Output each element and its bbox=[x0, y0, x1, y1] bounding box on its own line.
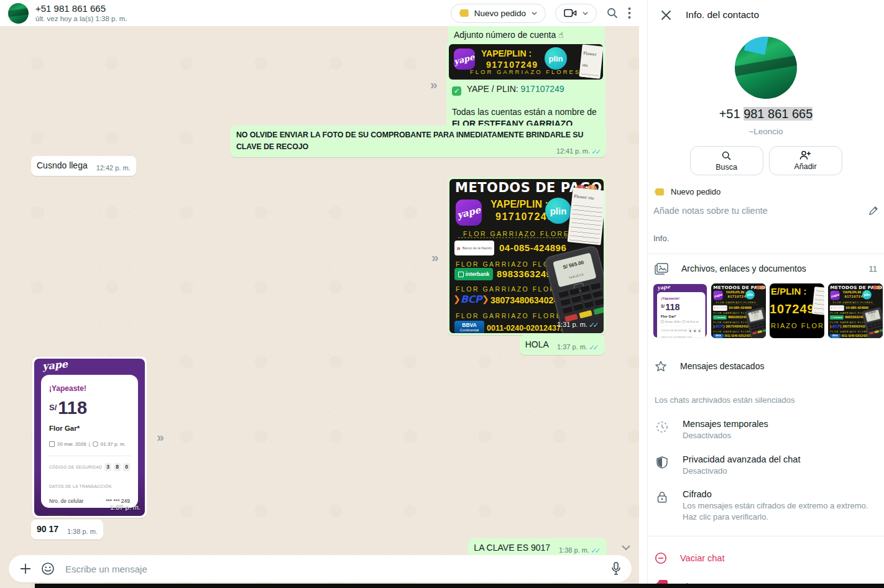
contact-avatar[interactable] bbox=[8, 3, 29, 24]
selected-phone-text: 981 861 665 bbox=[744, 107, 813, 121]
contact-action-buttons: Busca Añadir bbox=[648, 146, 884, 175]
scroll-to-bottom-button[interactable] bbox=[622, 545, 630, 551]
chat-label-chip[interactable]: Nuevo pedido bbox=[648, 187, 884, 196]
bcp-logo: ❯BCP❯ bbox=[453, 293, 489, 305]
read-receipt-icon: ✓✓ bbox=[591, 547, 601, 554]
disappearing-messages-row[interactable]: Mensajes temporales Desactivados bbox=[648, 419, 884, 441]
payment-methods-image[interactable]: METODOS DE PAGO yape YAPE/PLIN : 9171072… bbox=[449, 179, 604, 333]
read-receipt-icon: ✓✓ bbox=[589, 344, 599, 351]
clear-chat-label: Vaciar chat bbox=[680, 553, 724, 563]
chat-label-text: Nuevo pedido bbox=[671, 187, 721, 196]
contact-name[interactable]: +51 981 861 665 bbox=[35, 3, 127, 14]
receipt-payee: Flor Gar* bbox=[49, 423, 130, 434]
media-thumbnail-metodos[interactable]: METODOS DE PAGO yape YAPE/PLIN : 9171072… bbox=[828, 283, 883, 338]
panel-title: Info. del contacto bbox=[686, 9, 759, 21]
message-text: Adjunto número de cuenta ☝ bbox=[454, 30, 564, 40]
info-section-heading: Info. bbox=[648, 234, 884, 243]
video-camera-icon bbox=[564, 8, 577, 18]
starred-messages-row[interactable]: Mensajes destacados bbox=[648, 352, 884, 380]
media-thumbnail-receipt[interactable]: yape ¡Yapeaste! S/118 Flor Gar* 20 mar. … bbox=[653, 283, 707, 338]
artwork-label: YAPE/PLIN : bbox=[490, 198, 548, 210]
add-contact-button[interactable]: Añadir bbox=[769, 146, 842, 175]
advanced-privacy-row[interactable]: Privacidad avanzada del chat Desactivado bbox=[648, 454, 884, 477]
chat-header: +51 981 861 665 últ. vez hoy a la(s) 1:3… bbox=[0, 0, 639, 26]
media-thumbnail-metodos[interactable]: METODOS DE PAGO yape YAPE/PLIN : 9171072… bbox=[711, 283, 766, 338]
starred-label: Mensajes destacados bbox=[680, 361, 764, 371]
account-number: 04-085-424896 bbox=[499, 242, 566, 254]
contact-phone[interactable]: +51 981 861 665 bbox=[648, 107, 884, 121]
close-icon[interactable] bbox=[661, 10, 671, 21]
new-order-label: Nuevo pedido bbox=[474, 9, 526, 18]
banner-holder: FLOR GARRIAZO FLORES bbox=[470, 66, 581, 78]
attach-plus-icon[interactable] bbox=[19, 563, 32, 575]
search-in-chat-button[interactable] bbox=[606, 7, 619, 19]
search-button-label: Busca bbox=[716, 163, 737, 172]
divider bbox=[648, 536, 884, 536]
receipt-slip-graphic: Flower sto bbox=[579, 44, 603, 78]
emoji-icon[interactable] bbox=[41, 562, 55, 576]
chevron-down-icon bbox=[532, 11, 537, 16]
message-time: 1:38 p. m. bbox=[67, 526, 98, 538]
setting-title: Mensajes temporales bbox=[683, 419, 768, 429]
encryption-row[interactable]: Cifrado Los mensajes están cifrados de e… bbox=[648, 489, 884, 522]
setting-title: Cifrado bbox=[683, 489, 877, 499]
yape-receipt-image[interactable]: yape ¡Yapeaste! S/ 118 Flor Gar* 20 mar.… bbox=[34, 359, 145, 516]
yape-logo: yape bbox=[42, 359, 68, 372]
info-panel-header: Info. del contacto bbox=[648, 0, 884, 30]
read-receipt-icon: ✓✓ bbox=[591, 148, 602, 155]
search-icon bbox=[606, 7, 619, 19]
crop-text: RIAZO FLOR bbox=[771, 322, 824, 329]
message-input[interactable] bbox=[64, 563, 602, 575]
clear-chat-button[interactable]: Vaciar chat bbox=[648, 544, 884, 572]
caption-line: Todas las cuentas están a nombre de bbox=[452, 106, 600, 118]
chat-menu-button[interactable] bbox=[628, 7, 631, 19]
forward-icon[interactable]: » bbox=[430, 78, 438, 91]
message-outgoing[interactable]: NO OLVIDE ENVIAR LA FOTO DE SU COMPROBAN… bbox=[231, 126, 606, 157]
media-icon bbox=[655, 263, 668, 275]
customer-notes-field[interactable]: Añade notas sobre tu cliente bbox=[648, 206, 884, 216]
new-order-button[interactable]: Nuevo pedido bbox=[451, 4, 546, 23]
media-thumbnail-banner-crop[interactable]: E/PLIN : 107249 RIAZO FLOR bbox=[770, 283, 824, 338]
contact-profile-photo[interactable] bbox=[735, 37, 797, 99]
contact-header-info[interactable]: +51 981 861 665 últ. vez hoy a la(s) 1:3… bbox=[35, 3, 127, 22]
divider bbox=[458, 237, 582, 238]
add-button-label: Añadir bbox=[794, 162, 816, 171]
caption-number-link[interactable]: 917107249 bbox=[521, 84, 564, 94]
transaction-label: DATOS DE LA TRANSACCIÓN bbox=[49, 480, 130, 492]
receipt-currency: S/ bbox=[49, 402, 57, 413]
video-call-button[interactable] bbox=[555, 4, 597, 23]
holder-name: FLOR GARRIAZO FLORES bbox=[463, 228, 576, 240]
microphone-icon[interactable] bbox=[611, 562, 621, 576]
media-links-docs-row[interactable]: Archivos, enlaces y documentos 11 bbox=[648, 254, 884, 283]
banco-nacion-logo: »Banco de la Nación bbox=[454, 241, 494, 255]
forward-icon[interactable]: » bbox=[431, 250, 439, 264]
media-row-label: Archivos, enlaces y documentos bbox=[681, 264, 806, 273]
forward-icon[interactable]: » bbox=[157, 430, 164, 443]
window-bottom-bar bbox=[35, 584, 884, 588]
contact-push-name: ~Leoncio bbox=[648, 127, 884, 136]
chevron-down-icon bbox=[582, 11, 588, 16]
media-thumbnails: yape ¡Yapeaste! S/118 Flor Gar* 20 mar. … bbox=[648, 283, 884, 343]
search-contact-button[interactable]: Busca bbox=[690, 146, 763, 175]
yape-plin-banner-image[interactable]: yape YAPE/PLIN : 917107249 plin FLOR GAR… bbox=[449, 44, 603, 80]
crop-text: E/PLIN : bbox=[771, 286, 807, 296]
pencil-icon[interactable] bbox=[868, 206, 878, 216]
message-outgoing-media[interactable]: » METODOS DE PAGO yape YAPE/PLIN : 91710… bbox=[448, 177, 605, 335]
receipt-datetime: 20 mar. 2026 | 01:37 p. m. bbox=[49, 438, 130, 450]
shield-icon bbox=[656, 456, 668, 469]
yape-logo: yape bbox=[456, 200, 482, 226]
message-time: 12:41 p. m. bbox=[556, 145, 590, 157]
message-incoming[interactable]: 90 17 1:38 p. m. bbox=[31, 520, 103, 540]
minus-circle-icon bbox=[655, 552, 667, 564]
caption-label: YAPE / PLIN: bbox=[467, 84, 518, 94]
calendar-icon bbox=[49, 441, 55, 447]
chat-panel: +51 981 861 665 últ. vez hoy a la(s) 1:3… bbox=[0, 0, 639, 588]
search-icon bbox=[721, 150, 732, 161]
media-count: 11 bbox=[869, 264, 878, 273]
message-outgoing[interactable]: HOLA 1:37 p. m. ✓✓ bbox=[520, 335, 605, 355]
receipt-slip-graphic: Flower sto bbox=[568, 187, 604, 245]
message-incoming[interactable]: Cusndo llega 12:42 p. m. bbox=[31, 156, 136, 176]
message-text: Cusndo llega bbox=[37, 160, 88, 170]
message-incoming-media[interactable]: » yape ¡Yapeaste! S/ 118 Flor Gar* 20 ma… bbox=[32, 357, 147, 518]
check-emoji: ✓ bbox=[452, 86, 461, 96]
